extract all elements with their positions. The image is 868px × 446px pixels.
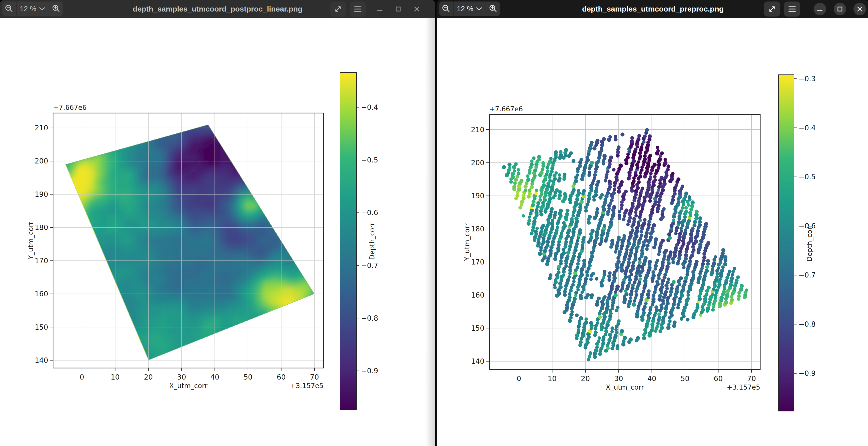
fullscreen-button[interactable] [764,1,780,17]
zoom-level-dropdown[interactable]: 12 % [16,1,49,16]
titlebar-left[interactable]: 12 % depth_samples_utmcoord_postproc_lin… [0,0,435,18]
zoom-out-button[interactable] [2,1,16,16]
close-button[interactable] [410,3,423,15]
titlebar-right[interactable]: 12 % depth_samples_utmcoord_preproc.png [437,0,868,18]
hamburger-icon [788,5,796,12]
window-title: depth_samples_utmcoord_postproc_linear.p… [0,5,435,13]
zoom-in-icon [489,4,498,13]
zoom-in-button[interactable] [486,1,500,16]
chevron-down-icon [39,7,45,11]
maximize-icon [395,6,401,12]
expand-icon [334,5,342,13]
fullscreen-button[interactable] [330,1,346,17]
minimize-button[interactable] [374,3,386,15]
close-icon [413,5,420,12]
zoom-out-button[interactable] [439,1,453,16]
minimize-icon [377,6,383,12]
menu-button[interactable] [350,1,366,17]
zoom-in-icon [52,4,61,13]
zoom-in-button[interactable] [49,1,63,16]
hamburger-icon [353,5,362,12]
zoom-out-icon [441,4,451,13]
zoom-level-value: 12 % [457,5,473,13]
chevron-down-icon [476,7,483,11]
zoom-out-icon [4,4,13,13]
expand-icon [768,5,776,13]
maximize-button[interactable] [392,3,404,15]
zoom-level-dropdown[interactable]: 12 % [453,1,486,16]
close-button[interactable] [854,3,866,15]
close-icon [856,5,863,12]
maximize-button[interactable] [834,3,846,15]
menu-button[interactable] [784,1,800,17]
zoom-controls-right: 12 % [439,1,500,16]
zoom-controls-left: 12 % [2,1,63,16]
window-title: depth_samples_utmcoord_preproc.png [437,5,868,13]
zoom-level-value: 12 % [20,5,36,13]
maximize-icon [837,6,843,12]
minimize-button[interactable] [814,3,826,15]
minimize-icon [817,6,823,12]
window-postproc-linear: 12 % depth_samples_utmcoord_postproc_lin… [0,0,435,446]
window-preproc: 12 % depth_samples_utmcoord_preproc.png [436,0,868,446]
image-view-preproc[interactable] [437,18,868,446]
image-view-postproc[interactable] [0,18,435,446]
